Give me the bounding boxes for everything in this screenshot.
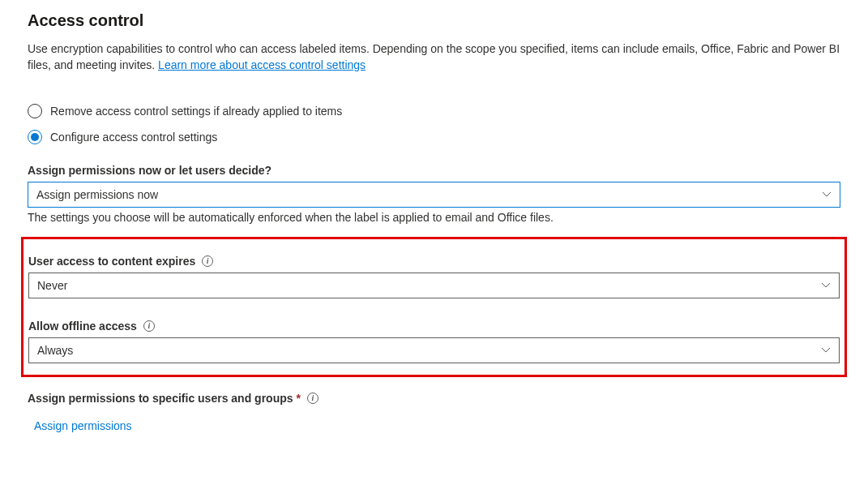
assign-permissions-dropdown[interactable]: Assign permissions now xyxy=(28,182,840,208)
radio-circle-icon xyxy=(28,104,42,118)
radio-label: Remove access control settings if alread… xyxy=(50,105,342,118)
assign-specific-label: Assign permissions to specific users and… xyxy=(28,392,840,405)
info-icon[interactable]: i xyxy=(307,393,319,404)
label-text: User access to content expires xyxy=(28,255,195,268)
radio-remove-settings[interactable]: Remove access control settings if alread… xyxy=(28,104,840,118)
user-access-section: User access to content expires i Never xyxy=(28,255,840,298)
dropdown-value: Always xyxy=(37,344,73,357)
offline-access-label: Allow offline access i xyxy=(28,320,840,333)
radio-circle-icon xyxy=(28,130,42,144)
user-access-label: User access to content expires i xyxy=(28,255,840,268)
assign-specific-section: Assign permissions to specific users and… xyxy=(28,392,840,432)
label-text: Assign permissions to specific users and… xyxy=(28,392,293,405)
radio-dot-icon xyxy=(31,133,39,141)
intro-text-content: Use encryption capabilities to control w… xyxy=(28,42,840,71)
user-access-dropdown[interactable]: Never xyxy=(28,273,840,298)
info-icon[interactable]: i xyxy=(202,255,213,267)
offline-access-dropdown[interactable]: Always xyxy=(28,337,840,363)
assign-permissions-section: Assign permissions now or let users deci… xyxy=(28,164,840,224)
radio-label: Configure access control settings xyxy=(50,131,217,144)
assign-permissions-label: Assign permissions now or let users deci… xyxy=(28,164,840,177)
chevron-down-icon xyxy=(822,190,832,200)
intro-text: Use encryption capabilities to control w… xyxy=(28,41,840,73)
chevron-down-icon xyxy=(821,281,831,290)
access-control-radio-group: Remove access control settings if alread… xyxy=(28,104,840,144)
page-title: Access control xyxy=(28,11,840,30)
assign-permissions-helper: The settings you choose will be automati… xyxy=(28,211,840,224)
offline-access-section: Allow offline access i Always xyxy=(28,320,840,363)
assign-permissions-link[interactable]: Assign permissions xyxy=(34,419,132,432)
info-icon[interactable]: i xyxy=(143,320,155,332)
dropdown-value: Assign permissions now xyxy=(36,188,158,201)
required-asterisk: * xyxy=(297,392,301,405)
chevron-down-icon xyxy=(821,346,831,355)
radio-configure-settings[interactable]: Configure access control settings xyxy=(28,130,840,144)
highlighted-box: User access to content expires i Never A… xyxy=(21,237,847,377)
learn-more-link[interactable]: Learn more about access control settings xyxy=(158,58,366,71)
dropdown-value: Never xyxy=(37,279,67,292)
label-text: Allow offline access xyxy=(28,320,137,333)
